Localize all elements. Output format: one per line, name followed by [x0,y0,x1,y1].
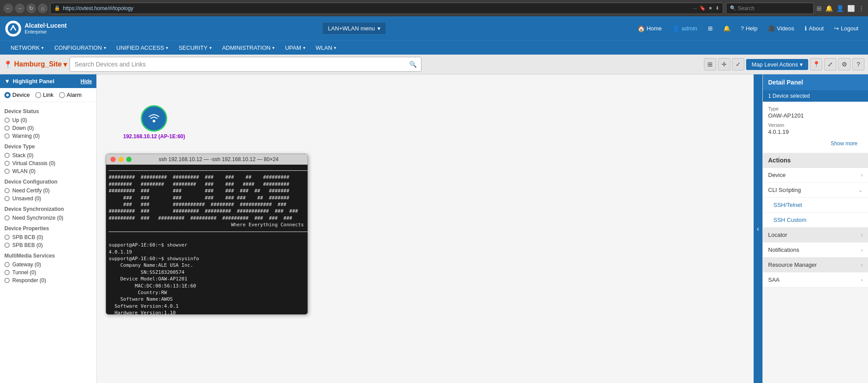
action-saa[interactable]: SAA › [763,273,868,287]
hide-button[interactable]: Hide [81,78,92,85]
logout-nav-item[interactable]: ↪ Logout [830,22,863,34]
notifications-icon[interactable]: 🔔 [825,5,833,12]
grid-nav-item[interactable]: ⊞ [703,22,717,34]
main-content: ▼ Highlight Panel Hide Device Link Alarm… [0,74,868,383]
action-notifications[interactable]: Notifications › [763,243,868,258]
device-node[interactable]: 192.168.10.12 (AP-1E:60) [123,105,185,140]
device-config-title: Device Configuration [4,179,92,185]
filter-responder[interactable]: Responder (0) [4,276,92,284]
action-ssh-custom[interactable]: SSH Custom [763,213,868,228]
location-pin-button[interactable]: 📍 [810,58,822,70]
menu-security[interactable]: SECURITY ▾ [173,41,217,55]
filter-spb-beb[interactable]: SPB BEB (0) [4,241,92,249]
filter-need-certify[interactable]: Need Certify (0) [4,187,92,195]
tunnel-radio [4,270,10,275]
panel-collapse-button[interactable]: ‹ [754,74,762,383]
location-label[interactable]: 📍 Hamburg_Site ▾ [4,60,67,69]
menu-unified-access[interactable]: UNIFIED ACCESS ▾ [111,41,173,55]
spb-beb-radio [4,243,10,248]
toolbar: 📍 Hamburg_Site ▾ Search Devices and Link… [0,55,868,74]
check-button[interactable]: ✓ [732,58,744,70]
home-nav-item[interactable]: 🏠 Home [633,22,667,35]
expand-button[interactable]: ⤢ [824,58,836,70]
spb-beb-label: SPB BEB (0) [12,242,43,248]
unsaved-radio [4,196,10,201]
admin-nav-item[interactable]: 👤 admin [668,22,701,35]
tab-link-label: Link [43,92,54,98]
videos-icon: 🎥 [768,25,775,32]
terminal-body[interactable]: ────────────────────────────────────────… [106,165,308,314]
admin-icon: 👤 [672,25,680,32]
menu-upam[interactable]: UPAM ▾ [280,41,311,55]
action-locator[interactable]: Locator › [763,228,868,243]
menu-network[interactable]: NETWORK ▾ [5,41,49,55]
detail-panel-header: Detail Panel [763,74,868,90]
warning-radio [4,133,10,139]
terminal-close-button[interactable] [110,157,116,162]
address-bar[interactable]: 🔒 https://ovtest.home/#/topology ··· 🔖 ★… [50,3,723,14]
lan-wlan-button[interactable]: LAN+WLAN menu ▾ [322,22,386,35]
question-button[interactable]: ? [852,58,864,70]
filter-up[interactable]: Up (0) [4,116,92,124]
tab-alarm[interactable]: Alarm [59,92,82,98]
cursor-button[interactable]: ✛ [718,58,730,70]
filter-spb-bcb[interactable]: SPB BCB (0) [4,233,92,241]
topology-canvas: 192.168.10.12 (AP-1E:60) ssh 192.168.10.… [97,74,754,383]
forward-button[interactable]: → [15,4,25,13]
videos-nav-item[interactable]: 🎥 Videos [764,22,799,34]
terminal-minimize-button[interactable] [118,157,124,162]
device-label[interactable]: 192.168.10.12 (AP-1E:60) [123,133,185,140]
about-nav-item[interactable]: ℹ About [800,22,828,34]
profile-icon[interactable]: 👤 [836,5,844,12]
window-icon[interactable]: ⬜ [847,5,855,12]
settings-button[interactable]: ⚙ [838,58,850,70]
vc-label: Virtual Chassis (0) [12,160,55,166]
search-placeholder: Search [738,5,754,11]
menu-configuration[interactable]: CONFIGURATION ▾ [49,41,111,55]
filter-tunnel[interactable]: Tunnel (0) [4,269,92,276]
tab-device[interactable]: Device [4,92,30,98]
device-props-title: Device Properties [4,225,92,232]
device-action-caret: › [861,172,863,178]
stack-label: Stack (0) [12,152,33,158]
filter-down[interactable]: Down (0) [4,124,92,132]
grid-view-button[interactable]: ⊞ [704,58,716,70]
ssh-telnet-label: SSH/Telnet [773,202,802,208]
browser-search-box[interactable]: 🔍 Search [726,3,814,14]
show-more-link[interactable]: Show more [768,139,863,148]
home-button[interactable]: ⌂ [38,4,48,13]
bell-nav-item[interactable]: 🔔 [719,22,735,34]
filter-wlan[interactable]: WLAN (0) [4,167,92,175]
action-cli-scripting[interactable]: CLI Scripting ⌄ [763,183,868,198]
filter-section: Device Status Up (0) Down (0) Warning (0… [0,102,96,287]
map-level-actions-button[interactable]: Map Level Actions ▾ [746,59,808,70]
filter-gateway[interactable]: Gateway (0) [4,261,92,269]
grid-icon: ⊞ [708,25,713,32]
tunnel-label: Tunnel (0) [12,269,36,276]
resource-manager-label: Resource Manager [768,261,817,268]
action-resource-manager[interactable]: Resource Manager › [763,258,868,273]
tab-link[interactable]: Link [35,92,54,98]
search-devices-input[interactable]: Search Devices and Links 🔍 [70,57,421,72]
help-nav-item[interactable]: ? Help [736,22,762,34]
filter-stack[interactable]: Stack (0) [4,151,92,159]
terminal-maximize-button[interactable] [126,157,132,162]
action-ssh-telnet[interactable]: SSH/Telnet [763,198,868,213]
spb-bcb-radio [4,235,10,240]
back-button[interactable]: ← [4,4,13,13]
bell-icon: 🔔 [723,25,730,32]
menu-administration[interactable]: ADMINISTRATION ▾ [217,41,280,55]
filter-need-sync[interactable]: Need Synchronize (0) [4,214,92,222]
filter-warning[interactable]: Warning (0) [4,132,92,140]
logout-icon: ↪ [834,25,839,32]
version-value: 4.0.1.19 [768,129,863,135]
extensions-icon[interactable]: ⊞ [817,5,822,12]
admin-label: admin [681,25,697,32]
action-device[interactable]: Device › [763,168,868,183]
menu-icon[interactable]: ⋮ [858,5,864,12]
filter-unsaved[interactable]: Unsaved (0) [4,195,92,203]
menu-wlan[interactable]: WLAN ▾ [311,41,342,55]
filter-virtual-chassis[interactable]: Virtual Chassis (0) [4,159,92,167]
device-icon[interactable] [141,105,167,132]
reload-button[interactable]: ↻ [26,4,36,13]
